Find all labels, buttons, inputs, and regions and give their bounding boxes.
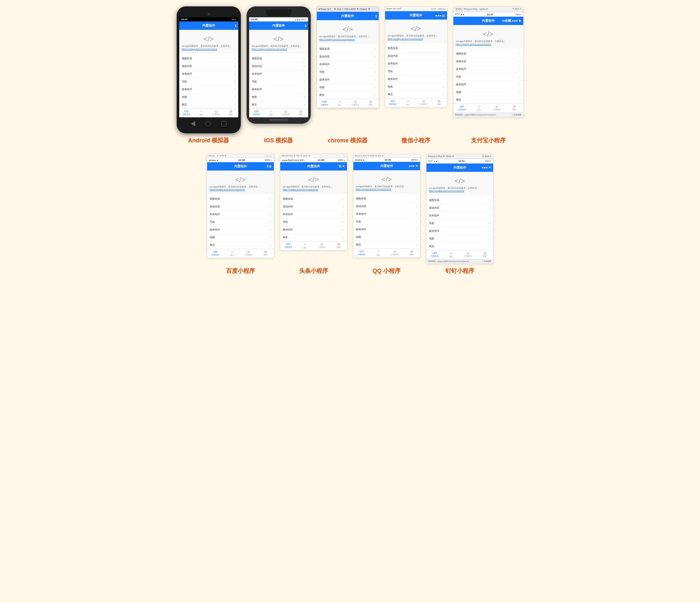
menu-item[interactable]: 视图容器∨	[385, 45, 447, 52]
menu-item[interactable]: 导航∨	[280, 218, 347, 226]
tab-ext[interactable]: ◎扩展组件	[460, 251, 476, 258]
menu-item[interactable]: 表单组件∨	[453, 66, 523, 73]
menu-item[interactable]: 网页∨	[453, 96, 523, 104]
menu-item[interactable]: 地图∨	[426, 235, 493, 243]
tab-components[interactable]: </>内置组件	[207, 250, 224, 257]
tab-api[interactable]: ⌗接口	[400, 99, 416, 106]
menu-item[interactable]: 基础内容∨	[453, 58, 523, 66]
tab-components[interactable]: </>内置组件	[453, 105, 471, 111]
tab-api[interactable]: ⌗接口	[370, 250, 387, 256]
tab-template[interactable]: ⊞模板	[431, 99, 447, 106]
tab-ext[interactable]: ◎扩展组件	[279, 110, 293, 116]
menu-item[interactable]: 网页∨	[249, 101, 308, 108]
menu-item[interactable]: 导航∨	[179, 78, 238, 85]
menu-item[interactable]: 视图容器∨	[179, 55, 238, 62]
tab-ext[interactable]: ◎扩展组件	[314, 242, 330, 249]
tab-api[interactable]: ⌗接口	[471, 105, 489, 111]
tab-components[interactable]: </>内置组件	[317, 100, 332, 107]
menu-item[interactable]: 表单组件∨	[353, 210, 420, 218]
tab-template[interactable]: ⊞模板	[403, 250, 420, 256]
menu-item[interactable]: 视图容器∨	[317, 45, 379, 53]
menu-item[interactable]: 视图容器∨	[249, 55, 308, 62]
menu-item[interactable]: 视图容器∨	[280, 195, 347, 203]
menu-item[interactable]: 媒体组件∨	[207, 226, 274, 234]
tab-ext[interactable]: ◎扩展组件	[348, 100, 363, 107]
menu-item[interactable]: 网页∨	[179, 101, 238, 108]
menu-item[interactable]: 地图∨	[385, 83, 447, 91]
tab-template[interactable]: ⊞模板	[476, 251, 493, 258]
tab-template[interactable]: ⊞模板	[330, 242, 347, 249]
tab-components[interactable]: </>内置组件	[249, 110, 264, 116]
menu-item[interactable]: 媒体组件∨	[317, 76, 379, 84]
menu-item[interactable]: 表单组件∨	[280, 210, 347, 218]
tab-api[interactable]: ⌗接口	[297, 242, 314, 249]
menu-item[interactable]: 表单组件∨	[385, 60, 447, 68]
tab-ext[interactable]: ◎扩展组件	[416, 99, 431, 106]
menu-item[interactable]: 视图容器∨	[453, 50, 523, 58]
menu-item[interactable]: 导航∨	[317, 68, 379, 76]
tab-template[interactable]: ⊞模板	[506, 105, 523, 111]
menu-item[interactable]: 基础内容∨	[179, 62, 238, 70]
menu-item[interactable]: 网页∨	[385, 91, 447, 98]
tab-ext[interactable]: ◎扩展组件	[489, 105, 506, 111]
menu-item[interactable]: 地图∨	[207, 234, 274, 242]
menu-item[interactable]: 地图∨	[317, 84, 379, 91]
menu-item[interactable]: 基础内容∨	[385, 52, 447, 60]
tab-template[interactable]: ⊞模板	[257, 250, 274, 257]
menu-item[interactable]: 网页∨	[207, 242, 274, 249]
menu-item[interactable]: 视图容器∨	[353, 195, 420, 203]
menu-item[interactable]: 导航∨	[385, 68, 447, 75]
menu-item[interactable]: 媒体组件∨	[280, 226, 347, 234]
chrome-nav-bar: 内置组件 ℹ	[317, 12, 379, 20]
tab-api[interactable]: ⌗接口	[264, 110, 279, 116]
menu-item[interactable]: 地图∨	[249, 93, 308, 101]
menu-item[interactable]: 媒体组件∨	[426, 227, 493, 235]
menu-item[interactable]: 基础内容∨	[353, 203, 420, 210]
tab-api[interactable]: ⌗ 接口	[194, 110, 209, 116]
menu-item[interactable]: 视图容器∨	[207, 195, 274, 203]
menu-item[interactable]: 地图∨	[179, 93, 238, 101]
chrome-frame: iPhone 6/7... ▼ 414 × 736 100% ▼ Online …	[317, 6, 379, 108]
menu-item[interactable]: 网页∨	[280, 234, 347, 241]
menu-item[interactable]: 导航∨	[426, 220, 493, 227]
menu-item[interactable]: 基础内容∨	[317, 53, 379, 60]
menu-item[interactable]: 基础内容∨	[426, 204, 493, 212]
menu-item[interactable]: 基础内容∨	[249, 62, 308, 70]
tab-template[interactable]: ⊞模板	[293, 110, 308, 116]
menu-item[interactable]: 导航∨	[453, 73, 523, 81]
menu-item[interactable]: 视图容器∨	[426, 197, 493, 204]
menu-item[interactable]: 基础内容∨	[280, 203, 347, 210]
tab-components[interactable]: </>内置组件	[280, 242, 297, 249]
menu-item[interactable]: 导航∨	[249, 78, 308, 85]
menu-item[interactable]: 导航∨	[207, 218, 274, 226]
menu-item[interactable]: 网页∨	[317, 91, 379, 99]
tab-ext[interactable]: ◎扩展组件	[387, 250, 403, 256]
menu-item[interactable]: 网页∨	[353, 241, 420, 248]
menu-item[interactable]: 地图∨	[353, 233, 420, 241]
tab-components[interactable]: </>内置组件	[353, 250, 370, 256]
menu-item[interactable]: 表单组件∨	[317, 60, 379, 68]
menu-item[interactable]: 地图∨	[453, 89, 523, 96]
menu-item[interactable]: 媒体组件∨	[453, 81, 523, 89]
menu-item[interactable]: 表单组件∨	[249, 70, 308, 78]
menu-item[interactable]: 基础内容∨	[207, 203, 274, 210]
tab-ext[interactable]: ◎ 扩展组件	[209, 110, 224, 116]
menu-item[interactable]: 媒体组件∨	[353, 226, 420, 233]
tab-components[interactable]: </>内置组件	[426, 251, 443, 258]
tab-api[interactable]: ⌗接口	[443, 251, 460, 258]
menu-item[interactable]: 导航∨	[353, 218, 420, 226]
menu-item[interactable]: 表单组件∨	[426, 212, 493, 220]
menu-item[interactable]: 表单组件∨	[179, 70, 238, 78]
menu-item[interactable]: 表单组件∨	[207, 210, 274, 218]
tab-api[interactable]: ⌗接口	[332, 100, 348, 107]
menu-item[interactable]: 媒体组件∨	[385, 75, 447, 83]
tab-api[interactable]: ⌗接口	[224, 250, 241, 257]
menu-item[interactable]: 网页∨	[426, 243, 493, 250]
tab-ext[interactable]: ◎扩展组件	[241, 250, 257, 257]
tab-template[interactable]: ⊞ 模板	[224, 110, 238, 116]
menu-item[interactable]: 媒体组件∨	[249, 85, 308, 93]
tab-components[interactable]: </>内置组件	[385, 99, 400, 106]
tab-template[interactable]: ⊞模板	[363, 100, 378, 107]
tab-components[interactable]: </> 内置组件	[179, 110, 194, 116]
menu-item[interactable]: 媒体组件∨	[179, 85, 238, 93]
